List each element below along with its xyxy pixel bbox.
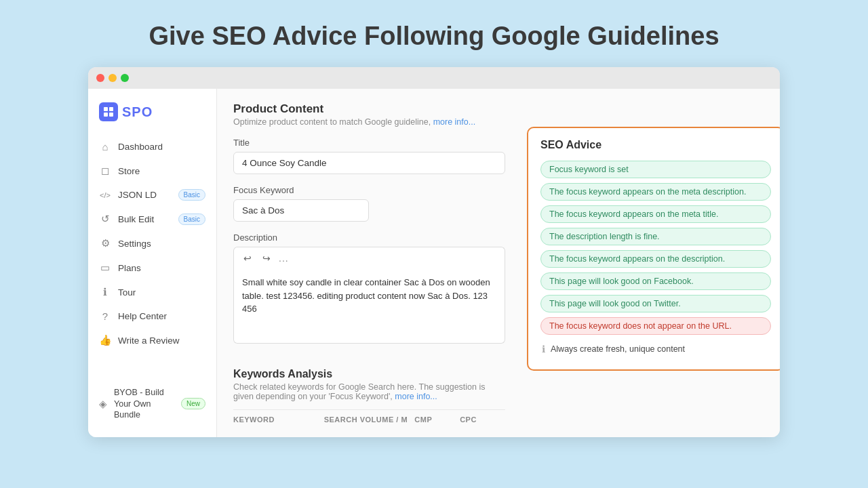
sidebar-item-settings[interactable]: ⚙ Settings bbox=[88, 231, 216, 256]
main-with-seo: Title Focus Keyword Description ↩ ↪ ... bbox=[233, 127, 764, 424]
badge-basic-jsonld: Basic bbox=[178, 189, 205, 201]
sidebar-item-json-ld[interactable]: </> JSON LD Basic bbox=[88, 183, 216, 207]
description-textarea[interactable]: Small white soy candle in clear containe… bbox=[233, 269, 505, 344]
description-label: Description bbox=[233, 232, 505, 243]
seo-panel: SEO Advice Focus keyword is set The focu… bbox=[527, 127, 780, 371]
store-icon: ◻ bbox=[99, 165, 111, 177]
advice-item-7: The focus keyword does not appear on the… bbox=[540, 317, 771, 335]
info-icon: ℹ bbox=[542, 344, 545, 354]
left-content: Title Focus Keyword Description ↩ ↪ ... bbox=[233, 127, 505, 424]
sidebar-logo: SPO bbox=[88, 100, 216, 135]
thumb-icon: 👍 bbox=[99, 334, 111, 346]
keywords-more-link[interactable]: more info... bbox=[395, 392, 437, 401]
sidebar-label-bulk-edit: Bulk Edit bbox=[118, 214, 154, 224]
code-icon: </> bbox=[99, 191, 111, 199]
bulk-edit-icon: ↺ bbox=[99, 213, 111, 225]
advice-item-3: The description length is fine. bbox=[540, 228, 771, 245]
svg-rect-1 bbox=[109, 107, 113, 111]
sidebar-label-write-review: Write a Review bbox=[118, 336, 180, 346]
product-content-more-link[interactable]: more info... bbox=[433, 117, 476, 127]
seo-side: SEO Advice Focus keyword is set The focu… bbox=[516, 127, 764, 424]
sidebar-item-dashboard[interactable]: ⌂ Dashboard bbox=[88, 135, 216, 159]
sidebar: SPO ⌂ Dashboard ◻ Store </> JSON LD Basi… bbox=[88, 89, 217, 437]
sidebar-item-help-center[interactable]: ? Help Center bbox=[88, 304, 216, 328]
logo-icon bbox=[99, 102, 118, 121]
browser-titlebar bbox=[88, 67, 780, 89]
svg-rect-2 bbox=[104, 113, 108, 117]
product-content-subtitle: Optimize product content to match Google… bbox=[233, 117, 764, 127]
advice-item-5: This page will look good on Facebook. bbox=[540, 272, 771, 290]
sidebar-item-plans[interactable]: ▭ Plans bbox=[88, 256, 216, 280]
dot-red[interactable] bbox=[96, 74, 104, 82]
advice-item-1: The focus keyword appears on the meta de… bbox=[540, 183, 771, 201]
keywords-title: Keywords Analysis bbox=[233, 368, 505, 380]
advice-item-4: The focus keyword appears on the descrip… bbox=[540, 250, 771, 268]
badge-basic-bulk: Basic bbox=[178, 214, 205, 225]
page-heading: Give SEO Advice Following Google Guideli… bbox=[149, 22, 719, 51]
dot-yellow[interactable] bbox=[108, 74, 117, 82]
focus-keyword-input[interactable] bbox=[233, 199, 369, 222]
browser-window: SPO ⌂ Dashboard ◻ Store </> JSON LD Basi… bbox=[88, 67, 780, 437]
col-cpc: CPC bbox=[460, 415, 505, 424]
settings-icon: ⚙ bbox=[99, 237, 111, 249]
description-toolbar: ↩ ↪ ... bbox=[233, 247, 505, 269]
redo-button[interactable]: ↪ bbox=[260, 251, 273, 265]
sidebar-item-write-review[interactable]: 👍 Write a Review bbox=[88, 328, 216, 352]
sidebar-item-byob[interactable]: ◈ BYOB - Build Your Own Bundle New bbox=[88, 381, 216, 426]
advice-item-2: The focus keyword appears on the meta ti… bbox=[540, 205, 771, 223]
sidebar-label-json-ld: JSON LD bbox=[118, 190, 157, 200]
dot-green[interactable] bbox=[121, 74, 129, 82]
focus-keyword-group: Focus Keyword bbox=[233, 185, 505, 222]
title-label: Title bbox=[233, 138, 505, 148]
logo-text: SPO bbox=[122, 104, 153, 120]
help-icon: ? bbox=[99, 310, 111, 322]
sidebar-label-settings: Settings bbox=[118, 239, 151, 249]
product-content-header: Product Content Optimize product content… bbox=[233, 102, 764, 127]
col-volume: SEARCH VOLUME / M bbox=[324, 415, 415, 424]
title-input[interactable] bbox=[233, 152, 505, 174]
home-icon: ⌂ bbox=[99, 141, 111, 152]
col-cmp: CMP bbox=[414, 415, 460, 424]
sidebar-item-bulk-edit[interactable]: ↺ Bulk Edit Basic bbox=[88, 207, 216, 231]
sidebar-label-byob: BYOB - Build Your Own Bundle bbox=[114, 387, 174, 420]
byob-icon: ◈ bbox=[99, 398, 107, 410]
sidebar-item-store[interactable]: ◻ Store bbox=[88, 159, 216, 183]
browser-body: SPO ⌂ Dashboard ◻ Store </> JSON LD Basi… bbox=[88, 89, 780, 437]
keywords-table-header: KEYWORD SEARCH VOLUME / M CMP CPC bbox=[233, 409, 505, 424]
sidebar-label-dashboard: Dashboard bbox=[118, 142, 163, 152]
svg-rect-0 bbox=[104, 107, 108, 111]
svg-rect-3 bbox=[109, 113, 113, 117]
description-group: Description ↩ ↪ ... Small white soy cand… bbox=[233, 232, 505, 346]
sidebar-label-plans: Plans bbox=[118, 263, 141, 273]
sidebar-label-help-center: Help Center bbox=[118, 311, 167, 321]
advice-info: ℹ Always create fresh, unique content bbox=[540, 340, 771, 359]
keywords-section: Keywords Analysis Check related keywords… bbox=[233, 357, 505, 424]
badge-new-byob: New bbox=[181, 398, 205, 409]
focus-keyword-label: Focus Keyword bbox=[233, 185, 505, 195]
seo-panel-title: SEO Advice bbox=[540, 139, 771, 151]
keywords-desc: Check related keywords for Google Search… bbox=[233, 382, 505, 401]
sidebar-label-store: Store bbox=[118, 166, 140, 176]
undo-button[interactable]: ↩ bbox=[241, 251, 254, 265]
advice-item-0: Focus keyword is set bbox=[540, 161, 771, 178]
advice-info-text: Always create fresh, unique content bbox=[551, 344, 685, 354]
main-content: Product Content Optimize product content… bbox=[217, 89, 780, 437]
toolbar-more: ... bbox=[279, 253, 289, 264]
sidebar-label-tour: Tour bbox=[118, 287, 136, 298]
col-keyword: KEYWORD bbox=[233, 415, 324, 424]
plans-icon: ▭ bbox=[99, 262, 111, 274]
title-group: Title bbox=[233, 138, 505, 174]
advice-item-6: This page will look good on Twitter. bbox=[540, 295, 771, 312]
sidebar-item-tour[interactable]: ℹ Tour bbox=[88, 280, 216, 304]
product-content-title: Product Content bbox=[233, 102, 764, 116]
tour-icon: ℹ bbox=[99, 286, 111, 298]
